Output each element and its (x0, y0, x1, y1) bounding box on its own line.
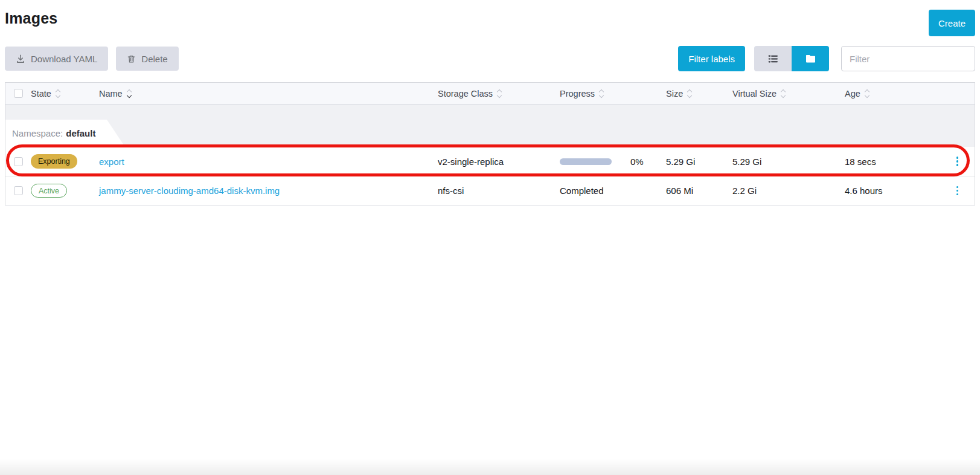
view-mode-toggle (754, 46, 829, 71)
group-row: Namespace: default (5, 120, 975, 147)
row-actions-kebab-icon[interactable] (953, 184, 962, 198)
status-badge-active: Active (31, 184, 67, 198)
images-table: State Name Storage Class Progress (5, 82, 975, 205)
sort-icon-active (127, 90, 131, 97)
toolbar: Download YAML Delete Filter labels (5, 46, 975, 71)
column-header-age[interactable]: Age (845, 89, 869, 99)
column-header-storage-class[interactable]: Storage Class (438, 89, 501, 99)
namespace-group-tab: Namespace: default (5, 120, 107, 147)
images-page: Images Create Download YAML (0, 0, 980, 205)
sort-icon (498, 90, 501, 97)
download-icon (16, 54, 25, 63)
storage-class-value: nfs-csi (438, 186, 464, 196)
row-actions-kebab-icon[interactable] (953, 154, 962, 169)
select-all-checkbox[interactable] (14, 89, 23, 98)
sort-icon (600, 90, 603, 97)
sort-icon (56, 90, 60, 97)
namespace-label: Namespace: (12, 128, 63, 138)
image-name-link[interactable]: jammy-server-cloudimg-amd64-disk-kvm.img (99, 186, 280, 196)
age-value: 18 secs (845, 157, 876, 167)
column-header-virtual-size[interactable]: Virtual Size (732, 89, 785, 99)
progress-status: Completed (560, 186, 604, 196)
create-button-label: Create (938, 18, 966, 28)
page-bottom-fade (0, 459, 980, 475)
status-badge-exporting: Exporting (31, 154, 77, 169)
virtual-size-value: 5.29 Gi (732, 157, 761, 167)
trash-icon (127, 54, 136, 63)
page-title: Images (5, 10, 57, 27)
row-checkbox[interactable] (14, 186, 23, 195)
progress-bar (560, 158, 612, 165)
row-checkbox[interactable] (14, 157, 23, 166)
filter-labels-label: Filter labels (688, 54, 735, 64)
page-header: Images Create (5, 8, 975, 39)
table-row: Active jammy-server-cloudimg-amd64-disk-… (5, 176, 975, 205)
column-header-size[interactable]: Size (666, 89, 691, 99)
namespace-value: default (66, 128, 95, 138)
storage-class-value: v2-single-replica (438, 157, 504, 167)
delete-button[interactable]: Delete (116, 47, 178, 71)
sort-icon (688, 90, 691, 97)
column-header-progress[interactable]: Progress (560, 89, 603, 99)
progress-percent: 0% (630, 157, 644, 167)
download-yaml-label: Download YAML (31, 54, 97, 64)
column-header-state[interactable]: State (31, 89, 60, 99)
sort-icon (781, 90, 785, 97)
folder-icon (805, 54, 816, 63)
sort-icon (865, 90, 869, 97)
table-header-row: State Name Storage Class Progress (5, 83, 975, 105)
delete-label: Delete (141, 54, 167, 64)
grouped-view-button[interactable] (792, 46, 829, 71)
table-controls: Filter labels (678, 46, 975, 71)
flat-list-view-button[interactable] (754, 46, 792, 71)
size-value: 606 Mi (666, 186, 693, 196)
bulk-actions: Download YAML Delete (5, 47, 179, 71)
virtual-size-value: 2.2 Gi (732, 186, 757, 196)
filter-labels-button[interactable]: Filter labels (678, 46, 745, 71)
create-button[interactable]: Create (929, 10, 975, 36)
group-spacer (5, 105, 975, 120)
list-icon (768, 54, 778, 64)
download-yaml-button[interactable]: Download YAML (5, 47, 108, 71)
size-value: 5.29 Gi (666, 157, 695, 167)
filter-input[interactable] (841, 46, 975, 71)
column-header-name[interactable]: Name (99, 89, 131, 99)
image-name-link[interactable]: export (99, 157, 124, 167)
age-value: 4.6 hours (845, 186, 883, 196)
table-row: Exporting export v2-single-replica 0% 5.… (5, 147, 975, 176)
